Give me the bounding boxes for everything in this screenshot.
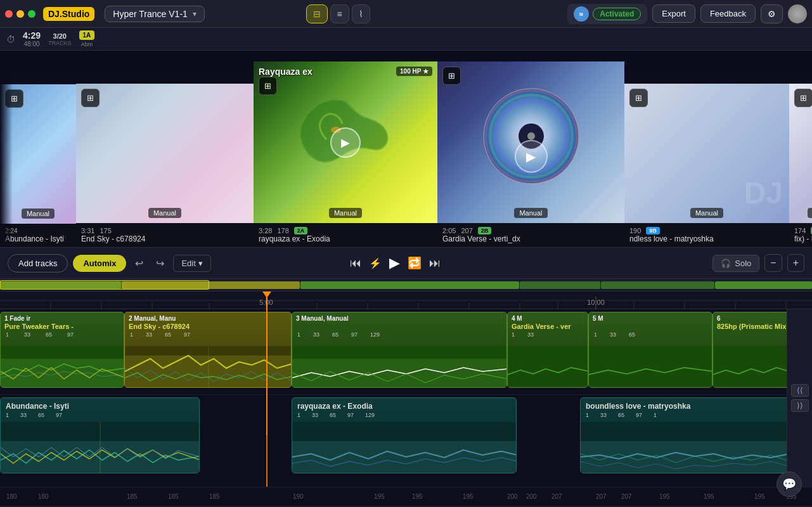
bottom-num-3: 185 bbox=[168, 493, 179, 500]
mixer-icon-2: ⊞ bbox=[259, 67, 277, 95]
automix-button[interactable]: Automix bbox=[73, 255, 126, 272]
ruler-ticks bbox=[0, 292, 812, 309]
top-bar: DJ.Studio Hyper Trance V1-1 ▾ ⊟ ≡ ⌇ M Ac… bbox=[0, 0, 812, 28]
card-info-5: 174 2A fix) - Exodia bbox=[789, 223, 812, 247]
key-sub: Abm bbox=[81, 41, 93, 48]
minimize-button[interactable] bbox=[16, 10, 24, 18]
play-btn-2[interactable]: ▶ bbox=[330, 127, 361, 158]
overview-seg-6 bbox=[715, 281, 812, 289]
scroll-forward-button[interactable]: ⟩⟩ bbox=[791, 399, 809, 412]
track-card-1: ⊞ Manual 3:31 175 End Sky - c678924 bbox=[76, 84, 254, 247]
close-button[interactable] bbox=[5, 10, 13, 18]
block-bot-name-3: boundless love - matryoshka bbox=[586, 402, 690, 411]
track-block-bot-3[interactable]: boundless love - matryoshka 1 33 65 97 1 bbox=[580, 397, 802, 473]
waveform-5 bbox=[589, 346, 712, 387]
edit-label: Edit bbox=[181, 259, 195, 268]
bottom-num-8: 195 bbox=[463, 493, 474, 500]
track-block-1[interactable]: 1 Fade ir Pure Tweaker Tears - 1 33 65 9… bbox=[0, 312, 124, 388]
toolbar: Add tracks Automix ↩ ↪ Edit ▾ ⏮ ⚡ ▶ 🔁 ⏭ … bbox=[0, 247, 812, 279]
block-name-1: Pure Tweaker Tears - bbox=[4, 323, 74, 330]
track-block-4[interactable]: 4 M Gardia Verse - ver 1 33 bbox=[507, 312, 588, 388]
card-time-1: 3:31 bbox=[81, 227, 94, 234]
feedback-button[interactable]: Feedback bbox=[700, 4, 756, 23]
bottom-numbers-bar: 180 180 185 185 185 190 195 195 195 200 … bbox=[0, 487, 812, 506]
time-sub: 48:00 bbox=[24, 41, 40, 48]
skip-forward-button[interactable]: ⏭ bbox=[429, 257, 441, 270]
zoom-in-button[interactable]: + bbox=[787, 254, 804, 272]
bottom-num-7: 195 bbox=[412, 493, 423, 500]
card-bpm-1: 175 bbox=[100, 227, 111, 234]
settings-button[interactable]: ⚙ bbox=[761, 4, 783, 23]
overview-selection[interactable] bbox=[0, 280, 209, 290]
card-label-4: Manual bbox=[690, 208, 723, 218]
clock-icon: ⏱ bbox=[6, 34, 15, 44]
chat-button[interactable]: 💬 bbox=[777, 472, 802, 497]
layout-button[interactable]: ⊟ bbox=[306, 4, 328, 23]
split-button[interactable]: ⚡ bbox=[369, 257, 382, 269]
avatar[interactable] bbox=[788, 4, 807, 23]
track-row-bottom: Abundance - Isyti 1 33 65 97 bbox=[0, 395, 812, 480]
add-tracks-button[interactable]: Add tracks bbox=[8, 254, 68, 273]
card-info-4: 190 9B ndless love - matryoshka bbox=[624, 223, 789, 247]
list-button[interactable]: ≡ bbox=[330, 4, 349, 23]
svg-rect-27 bbox=[1, 359, 124, 387]
edit-button[interactable]: Edit ▾ bbox=[173, 255, 210, 272]
overview-seg-4 bbox=[520, 281, 601, 289]
tracks-count: 3/20 bbox=[53, 32, 67, 40]
bpm-row-bot-3: 1 33 65 97 1 bbox=[581, 412, 801, 418]
play-btn-3[interactable]: ▶ bbox=[515, 105, 548, 172]
tracks-info: 3/20 TRACKS bbox=[48, 32, 72, 46]
track-card-0: ⊞ Manual 2:24 Abundance - Isyti bbox=[0, 84, 76, 247]
skip-back-button[interactable]: ⏮ bbox=[350, 257, 361, 270]
block-bot-name-2: rayquaza ex - Exodia bbox=[297, 402, 373, 411]
zoom-out-button[interactable]: − bbox=[764, 254, 782, 272]
block-label-5: 5 M bbox=[593, 315, 603, 322]
track-block-bot-2[interactable]: rayquaza ex - Exodia 1 33 65 97 129 bbox=[292, 397, 517, 473]
mixer-icon-1: ⊞ bbox=[81, 89, 100, 107]
bottom-num-14: 195 bbox=[659, 493, 670, 500]
block-label-3: 3 Manual, Manual bbox=[296, 315, 349, 322]
chevron-down-icon: ▾ bbox=[193, 10, 197, 18]
card-key-2: 2A bbox=[294, 227, 308, 234]
headphones-icon: 🎧 bbox=[721, 259, 731, 268]
track-block-3[interactable]: 3 Manual, Manual 1 33 65 97 129 bbox=[292, 312, 507, 388]
waveform-button[interactable]: ⌇ bbox=[352, 4, 370, 23]
view-controls: ⊟ ≡ ⌇ bbox=[306, 4, 370, 23]
waveform-4 bbox=[508, 346, 588, 387]
time-ruler: 5:00 10:00 bbox=[0, 292, 812, 309]
play-pause-button[interactable]: ▶ bbox=[389, 255, 400, 271]
maximize-button[interactable] bbox=[28, 10, 35, 18]
bottom-num-5: 190 bbox=[293, 493, 304, 500]
bottom-num-9: 200 bbox=[507, 493, 518, 500]
loop-button[interactable]: 🔁 bbox=[408, 256, 422, 270]
redo-button[interactable]: ↪ bbox=[152, 255, 168, 272]
time-main: 4:29 bbox=[23, 30, 41, 41]
track-block-5[interactable]: 5 M 1 33 65 bbox=[588, 312, 712, 388]
block-label-4: 4 M bbox=[512, 315, 522, 322]
overview-seg-3 bbox=[300, 281, 519, 289]
card-info-2: 3:28 178 2A rayquaza ex - Exodia bbox=[254, 223, 437, 247]
edit-chevron-icon: ▾ bbox=[198, 259, 203, 268]
card-bpm-4: 190 bbox=[629, 227, 641, 234]
bpm-row-bot-2: 1 33 65 97 129 bbox=[292, 412, 516, 418]
project-dropdown[interactable]: Hyper Trance V1-1 ▾ bbox=[105, 6, 205, 22]
undo-button[interactable]: ↩ bbox=[131, 255, 147, 272]
solo-button[interactable]: 🎧 Solo bbox=[712, 255, 759, 272]
block-name-2: End Sky - c678924 bbox=[129, 323, 190, 330]
mixer-icon-0: ⊞ bbox=[5, 89, 23, 108]
secondary-bar: ⏱ 4:29 48:00 3/20 TRACKS 1A Abm bbox=[0, 28, 812, 51]
bpm-row-5: 1 33 65 bbox=[589, 331, 712, 338]
svg-text:M: M bbox=[579, 12, 583, 16]
bottom-num-0: 180 bbox=[6, 493, 17, 500]
time-display: 4:29 48:00 bbox=[23, 30, 41, 48]
scroll-back-button[interactable]: ⟨⟨ bbox=[791, 384, 809, 397]
waveform-1 bbox=[1, 346, 124, 387]
mixer-icon-3: ⊞ bbox=[442, 67, 461, 85]
card-bpm-3: 207 bbox=[461, 227, 472, 234]
block-label-1: 1 Fade ir bbox=[4, 315, 30, 322]
card-time-0: 2:24 bbox=[5, 228, 71, 234]
bottom-num-4: 185 bbox=[209, 493, 220, 500]
export-button[interactable]: Export bbox=[652, 4, 695, 23]
track-block-bot-1[interactable]: Abundance - Isyti 1 33 65 97 bbox=[0, 397, 200, 473]
card-key-4: 9B bbox=[646, 227, 660, 234]
